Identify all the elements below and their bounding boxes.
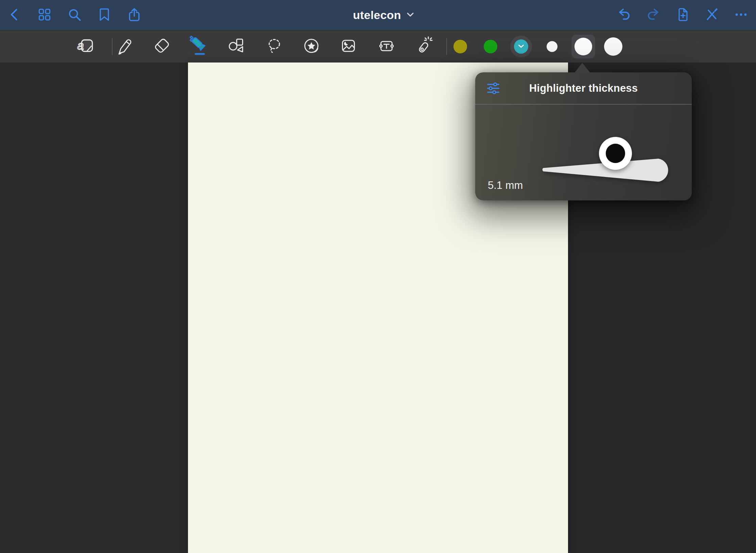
tool-pen[interactable] xyxy=(115,37,134,56)
undo-icon xyxy=(617,7,632,23)
thickness-preset-small[interactable] xyxy=(547,41,557,52)
thumbnails-button[interactable] xyxy=(37,8,52,23)
back-button[interactable] xyxy=(7,8,22,23)
thickness-slider-knob[interactable] xyxy=(599,137,632,170)
thickness-slider-knob-center xyxy=(606,144,625,163)
laser-pointer-icon xyxy=(414,36,433,57)
more-ellipsis-icon xyxy=(734,7,749,23)
redo-button[interactable] xyxy=(646,8,661,23)
tool-bar: a xyxy=(0,30,756,63)
toolbar-divider-right xyxy=(446,38,447,55)
lasso-icon xyxy=(265,36,284,57)
tool-text[interactable] xyxy=(377,37,396,56)
back-chevron-icon xyxy=(7,7,22,23)
zoom-window-glyph: a xyxy=(77,39,84,52)
thickness-medium-dot xyxy=(574,38,592,55)
document-title-menu[interactable]: utelecon xyxy=(353,8,414,22)
tool-stickers[interactable] xyxy=(302,37,321,56)
highlighter-icon xyxy=(190,36,209,57)
popover-arrow xyxy=(574,63,590,73)
tool-image[interactable] xyxy=(339,37,358,56)
color-swatch-yellow[interactable] xyxy=(453,40,467,53)
pen-cross-button[interactable] xyxy=(704,8,719,23)
search-icon xyxy=(67,7,82,23)
tool-lasso[interactable] xyxy=(264,37,284,56)
thickness-preset-large[interactable] xyxy=(604,37,622,56)
pen-icon xyxy=(115,36,134,57)
thickness-preset-medium-selected[interactable] xyxy=(571,35,595,58)
tool-eraser[interactable] xyxy=(152,37,172,56)
highlighter-thickness-popover: Highlighter thickness 5.1 mm xyxy=(475,72,692,200)
sticker-star-icon xyxy=(302,36,321,57)
share-icon xyxy=(127,7,142,23)
thickness-slider-zone: 5.1 mm xyxy=(475,105,692,200)
redo-icon xyxy=(646,7,661,23)
popover-title: Highlighter thickness xyxy=(475,82,692,94)
swatch-chevron-down-icon xyxy=(518,43,524,50)
eraser-icon xyxy=(152,36,171,57)
pen-cross-icon xyxy=(704,7,719,23)
bookmark-icon xyxy=(97,7,112,23)
add-page-icon xyxy=(675,7,690,23)
tool-shapes[interactable] xyxy=(226,37,246,56)
add-page-button[interactable] xyxy=(675,8,690,23)
teal-color xyxy=(514,39,528,54)
bookmark-button[interactable] xyxy=(97,8,112,23)
share-button[interactable] xyxy=(127,8,142,23)
document-title: utelecon xyxy=(353,8,401,22)
thumbnails-grid-icon xyxy=(37,7,52,23)
shapes-icon xyxy=(227,36,246,57)
thickness-value-label: 5.1 mm xyxy=(488,179,523,192)
image-icon xyxy=(339,36,358,57)
color-swatch-teal-selected[interactable] xyxy=(510,36,532,57)
more-button[interactable] xyxy=(734,8,749,23)
popover-header: Highlighter thickness xyxy=(475,72,692,105)
text-icon xyxy=(377,36,396,57)
topbar-left-group xyxy=(7,0,142,30)
tool-zoom-window[interactable]: a xyxy=(76,37,96,56)
tool-highlighter[interactable] xyxy=(190,37,209,56)
topbar-right-group xyxy=(617,0,749,30)
top-navigation-bar: utelecon xyxy=(0,0,756,30)
search-button[interactable] xyxy=(67,8,82,23)
color-swatch-green[interactable] xyxy=(484,40,497,53)
tool-pointer[interactable] xyxy=(414,37,433,56)
undo-button[interactable] xyxy=(617,8,632,23)
toolbar-divider-left xyxy=(112,38,113,55)
app-screen: utelecon xyxy=(0,0,756,553)
zoom-window-icon: a xyxy=(76,36,96,57)
title-chevron-down-icon xyxy=(407,12,414,18)
